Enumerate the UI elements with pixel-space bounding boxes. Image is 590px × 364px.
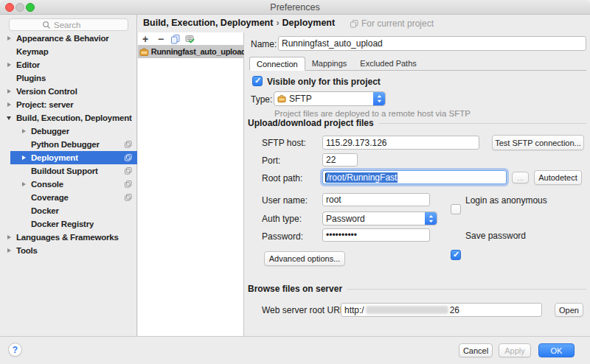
sidebar-item-deployment[interactable]: Deployment [0, 151, 137, 164]
breadcrumb: Build, Execution, Deployment›Deployment [143, 18, 335, 28]
scope-note: For current project [350, 18, 434, 29]
copy-server-button[interactable] [171, 35, 180, 44]
breadcrumb-separator-icon: › [273, 18, 282, 28]
test-sftp-connection-button[interactable]: Test SFTP connection... [492, 135, 584, 150]
auth-type-label: Auth type: [262, 214, 302, 224]
use-as-default-button[interactable] [185, 35, 195, 44]
type-dropdown[interactable]: SFTP [274, 91, 386, 106]
open-url-button[interactable]: Open [555, 303, 583, 317]
sidebar-item-label: Tools [16, 246, 38, 255]
deployment-form: Name: ConnectionMappingsExcluded Paths V… [245, 32, 590, 336]
visible-only-checkbox[interactable] [252, 76, 263, 86]
no-icon [21, 220, 28, 228]
sftp-type-icon [277, 94, 286, 103]
server-list-toolbar: + − [140, 33, 195, 45]
sidebar-item-coverage[interactable]: Coverage [0, 191, 137, 204]
dropdown-stepper-icon [373, 92, 385, 105]
browse-section-title: Browse files on server [248, 284, 342, 294]
password-field[interactable] [322, 228, 430, 242]
chevron-right-icon[interactable] [21, 127, 28, 135]
sidebar-item-buildout-support[interactable]: Buildout Support [0, 164, 137, 178]
chevron-right-icon[interactable] [6, 247, 13, 254]
sidebar-item-label: Deployment [31, 153, 78, 162]
sidebar-item-docker[interactable]: Docker [0, 204, 137, 217]
search-input[interactable] [54, 21, 95, 29]
sftp-host-field[interactable] [322, 136, 479, 150]
chevron-right-icon[interactable] [6, 35, 13, 42]
sftp-server-icon [139, 47, 149, 57]
user-name-field[interactable] [322, 193, 430, 206]
visible-only-label: Visible only for this project [267, 77, 381, 87]
no-icon [6, 74, 13, 82]
sidebar-item-tools[interactable]: Tools [0, 244, 137, 257]
project-scope-icon [125, 194, 132, 201]
tab-mappings[interactable]: Mappings [305, 57, 354, 70]
name-field[interactable] [278, 36, 586, 51]
login-anonymous-label: Login as anonymous [465, 195, 547, 206]
browse-section-header: Browse files on server [248, 284, 586, 294]
advanced-options-button[interactable]: Advanced options... [264, 251, 345, 266]
search-icon [42, 21, 51, 29]
sidebar-item-label: Languages & Frameworks [16, 233, 119, 242]
type-dropdown-value: SFTP [289, 94, 312, 104]
tab-excluded-paths[interactable]: Excluded Paths [353, 57, 423, 70]
no-icon [21, 167, 28, 175]
chevron-right-icon[interactable] [6, 61, 13, 69]
sidebar-item-editor[interactable]: Editor [0, 58, 137, 71]
sidebar-item-build-execution-deployment[interactable]: Build, Execution, Deployment [0, 111, 137, 125]
sidebar-item-label: Console [31, 180, 63, 189]
sidebar-item-keymap[interactable]: Keymap [0, 45, 137, 58]
no-icon [21, 194, 28, 201]
upload-section-title: Upload/download project files [248, 118, 374, 128]
tab-connection[interactable]: Connection [249, 57, 305, 71]
chevron-right-icon[interactable] [6, 88, 13, 95]
no-icon [6, 48, 13, 55]
auth-type-dropdown[interactable]: Password [322, 211, 437, 225]
password-label: Password: [262, 231, 303, 242]
add-server-button[interactable]: + [140, 34, 150, 44]
remove-server-button[interactable]: − [156, 34, 166, 44]
help-button[interactable]: ? [8, 343, 22, 357]
sidebar-item-project-server[interactable]: Project: server [0, 98, 137, 111]
server-list-panel: + − Runningfast_auto_upload [138, 32, 244, 336]
sidebar-item-python-debugger[interactable]: Python Debugger [0, 138, 137, 151]
apply-button[interactable]: Apply [499, 343, 531, 357]
sidebar-item-version-control[interactable]: Version Control [0, 85, 137, 98]
cancel-button[interactable]: Cancel [459, 343, 493, 357]
chevron-right-icon[interactable] [21, 154, 28, 161]
port-field[interactable] [322, 153, 358, 167]
scope-note-label: For current project [361, 18, 434, 29]
web-root-suffix: 26 [450, 305, 459, 315]
preferences-window: Preferences Appearance & BehaviorKeymapE… [0, 0, 590, 364]
chevron-right-icon[interactable] [6, 234, 13, 241]
sidebar-item-label: Appearance & Behavior [16, 34, 109, 43]
ok-button[interactable]: OK [538, 343, 575, 357]
type-hint: Project files are deployed to a remote h… [274, 109, 471, 118]
sidebar-item-console[interactable]: Console [0, 178, 137, 191]
sidebar-item-appearance-behavior[interactable]: Appearance & Behavior [0, 32, 137, 45]
chevron-down-icon[interactable] [6, 114, 13, 122]
sidebar-item-label: Docker [31, 206, 59, 215]
web-root-field[interactable]: http:/26 [341, 303, 542, 317]
breadcrumb-current: Deployment [282, 18, 336, 28]
sidebar-item-debugger[interactable]: Debugger [0, 125, 137, 138]
sidebar-item-label: Buildout Support [31, 167, 98, 175]
browse-path-button[interactable]: ... [512, 172, 529, 183]
sidebar-item-plugins[interactable]: Plugins [0, 71, 137, 85]
search-box[interactable] [9, 18, 128, 31]
sidebar-item-label: Debugger [31, 127, 69, 136]
sidebar-item-docker-registry[interactable]: Docker Registry [0, 217, 137, 231]
root-path-field[interactable]: /root/RunningFast [322, 170, 507, 184]
save-password-checkbox[interactable] [451, 250, 461, 260]
login-anonymous-checkbox[interactable] [451, 204, 461, 214]
server-list-item[interactable]: Runningfast_auto_upload [138, 45, 244, 58]
chevron-right-icon[interactable] [21, 181, 28, 188]
sidebar-item-label: Docker Registry [31, 220, 94, 228]
chevron-right-icon[interactable] [6, 101, 13, 108]
titlebar: Preferences [0, 0, 590, 15]
sidebar-item-languages-frameworks[interactable]: Languages & Frameworks [0, 231, 137, 244]
autodetect-button[interactable]: Autodetect [534, 170, 582, 185]
no-icon [21, 141, 28, 148]
sidebar-item-label: Project: server [16, 100, 74, 109]
root-path-label: Root path: [262, 173, 302, 183]
